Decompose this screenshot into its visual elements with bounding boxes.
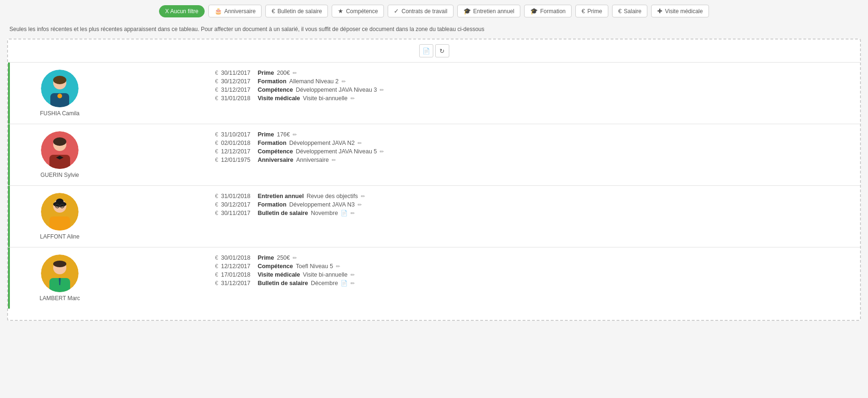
event-date-fushia-camila-0: 30/11/2017 [221, 70, 255, 76]
event-date-lambert-marc-0: 30/01/2018 [221, 255, 255, 261]
edit-icon-laffont-aline-1[interactable]: ✏ [358, 202, 362, 208]
filter-btn-bulletin-salaire[interactable]: €Bulletin de salaire [265, 5, 328, 17]
edit-icon-lambert-marc-0[interactable]: ✏ [293, 255, 297, 261]
employee-row-guerin-sylvie: GUERIN Sylvie€31/10/2017Prime 176€ ✏€02/… [8, 124, 860, 185]
employee-row-laffont-aline: LAFFONT Aline€31/01/2018Entretien annuel… [8, 185, 860, 247]
employees-container: FUSHIA Camila€30/11/2017Prime 200€ ✏€30/… [8, 62, 860, 309]
edit-icon-lambert-marc-2[interactable]: ✏ [350, 272, 355, 278]
event-line-lambert-marc-0: €30/01/2018Prime 250€ ✏ [215, 255, 851, 261]
visite-medicale-icon: ✚ [657, 8, 662, 15]
filter-label-anniversaire: Anniversaire [224, 8, 256, 15]
event-icon-fushia-camila-0: € [215, 70, 218, 76]
event-line-fushia-camila-1: €30/12/2017Formation Allemand Niveau 2 ✏ [215, 78, 851, 85]
svg-point-4 [57, 94, 62, 98]
event-date-guerin-sylvie-3: 12/01/1975 [221, 157, 255, 163]
avatar-laffont-aline [41, 193, 79, 231]
event-date-laffont-aline-0: 31/01/2018 [221, 193, 255, 199]
event-type-lambert-marc-2: Visite médicale [258, 271, 300, 278]
filter-btn-salaire[interactable]: €Salaire [612, 5, 648, 17]
filter-label-visite-medicale: Visite médicale [665, 8, 702, 15]
events-section-guerin-sylvie: €31/10/2017Prime 176€ ✏€02/01/2018Format… [93, 131, 851, 163]
employee-row-lambert-marc: LAMBERT Marc€30/01/2018Prime 250€ ✏€12/1… [8, 247, 860, 309]
event-type-lambert-marc-0: Prime [258, 255, 274, 261]
employee-row-fushia-camila: FUSHIA Camila€30/11/2017Prime 200€ ✏€30/… [8, 62, 860, 124]
filter-btn-visite-medicale[interactable]: ✚Visite médicale [651, 5, 709, 17]
edit-icon-guerin-sylvie-1[interactable]: ✏ [358, 140, 362, 146]
event-line-fushia-camila-0: €30/11/2017Prime 200€ ✏ [215, 70, 851, 76]
filter-btn-no-filter[interactable]: X Aucun filtre [159, 5, 205, 17]
event-detail-fushia-camila-0: 200€ [277, 70, 290, 76]
event-type-guerin-sylvie-0: Prime [258, 131, 274, 138]
edit-icon-fushia-camila-0[interactable]: ✏ [293, 70, 297, 76]
event-line-lambert-marc-3: €31/12/2017Bulletin de salaire Décembre … [215, 280, 851, 287]
event-type-laffont-aline-1: Formation [258, 201, 287, 208]
avatar-fushia-camila [41, 70, 79, 107]
anniversaire-icon: 🎂 [215, 8, 222, 15]
filter-btn-contrats-travail[interactable]: ✓Contrats de travail [388, 5, 453, 17]
event-line-laffont-aline-2: €30/11/2017Bulletin de salaire Novembre … [215, 210, 851, 216]
avatar-section-fushia-camila: FUSHIA Camila [17, 70, 93, 117]
event-line-guerin-sylvie-1: €02/01/2018Formation Développement JAVA … [215, 140, 851, 146]
edit-icon-fushia-camila-3[interactable]: ✏ [350, 96, 355, 102]
event-date-lambert-marc-2: 17/01/2018 [221, 271, 255, 278]
event-type-guerin-sylvie-3: Anniversaire [258, 157, 294, 163]
edit-icon-guerin-sylvie-2[interactable]: ✏ [380, 149, 384, 155]
edit-icon-fushia-camila-1[interactable]: ✏ [342, 79, 346, 85]
event-detail-guerin-sylvie-3: Anniversaire [296, 157, 328, 163]
employee-name-lambert-marc: LAMBERT Marc [40, 295, 80, 302]
filter-btn-prime[interactable]: €Prime [575, 5, 608, 17]
event-date-lambert-marc-3: 31/12/2017 [221, 280, 255, 287]
event-detail-lambert-marc-3: Décembre [311, 280, 338, 287]
event-date-guerin-sylvie-2: 12/12/2017 [221, 148, 255, 155]
edit-icon-lambert-marc-1[interactable]: ✏ [336, 263, 340, 270]
filter-btn-anniversaire[interactable]: 🎂Anniversaire [208, 5, 262, 17]
formation-icon: 🎓 [530, 8, 538, 15]
avatar-section-laffont-aline: LAFFONT Aline [17, 193, 93, 240]
event-date-laffont-aline-2: 30/11/2017 [221, 210, 255, 216]
avatar-lambert-marc [41, 255, 79, 292]
pdf-icon-laffont-aline-2[interactable]: 📄 [341, 210, 348, 216]
filter-label-salaire: Salaire [624, 8, 641, 15]
refresh-button[interactable]: ↻ [435, 44, 449, 57]
event-detail-laffont-aline-0: Revue des objectifs [307, 193, 358, 199]
event-type-fushia-camila-3: Visite médicale [258, 95, 300, 102]
event-date-guerin-sylvie-1: 02/01/2018 [221, 140, 255, 146]
event-type-fushia-camila-1: Formation [258, 78, 287, 85]
event-line-guerin-sylvie-3: €12/01/1975Anniversaire Anniversaire ✏ [215, 157, 851, 163]
competence-icon: ★ [338, 8, 343, 15]
filter-label-entretien-annuel: Entretien annuel [473, 8, 514, 15]
event-detail-fushia-camila-2: Développement JAVA Niveau 3 [296, 87, 377, 93]
event-type-laffont-aline-2: Bulletin de salaire [258, 210, 308, 216]
main-container: 📄 ↻ FUSHIA Camila€30/11/2017Prime 200€ ✏… [7, 39, 861, 321]
event-detail-lambert-marc-1: Toefl Niveau 5 [296, 263, 333, 270]
edit-icon-guerin-sylvie-3[interactable]: ✏ [332, 157, 336, 163]
filter-btn-formation[interactable]: 🎓Formation [524, 5, 572, 17]
event-detail-lambert-marc-2: Visite bi-annuelle [303, 271, 348, 278]
edit-icon-laffont-aline-0[interactable]: ✏ [361, 193, 365, 199]
event-date-guerin-sylvie-0: 31/10/2017 [221, 131, 255, 138]
edit-icon-guerin-sylvie-0[interactable]: ✏ [293, 132, 297, 138]
avatar-guerin-sylvie [41, 131, 79, 169]
event-date-laffont-aline-1: 30/12/2017 [221, 201, 255, 208]
event-icon-laffont-aline-2: € [215, 210, 218, 216]
export-button[interactable]: 📄 [419, 44, 433, 57]
edit-icon-laffont-aline-2[interactable]: ✏ [350, 210, 355, 216]
edit-icon-lambert-marc-3[interactable]: ✏ [350, 280, 355, 287]
filter-btn-entretien-annuel[interactable]: 🎓Entretien annuel [457, 5, 520, 17]
filter-label-prime: Prime [588, 8, 602, 15]
pdf-icon-lambert-marc-3[interactable]: 📄 [341, 280, 348, 287]
edit-icon-fushia-camila-2[interactable]: ✏ [380, 87, 384, 93]
filter-label-contrats-travail: Contrats de travail [401, 8, 447, 15]
avatar-section-lambert-marc: LAMBERT Marc [17, 255, 93, 302]
event-icon-laffont-aline-1: € [215, 201, 218, 208]
event-type-fushia-camila-0: Prime [258, 70, 274, 76]
events-section-lambert-marc: €30/01/2018Prime 250€ ✏€12/12/2017Compét… [93, 255, 851, 287]
event-detail-fushia-camila-1: Allemand Niveau 2 [289, 78, 339, 85]
event-icon-fushia-camila-3: € [215, 95, 218, 102]
filter-btn-competence[interactable]: ★Compétence [332, 5, 384, 17]
filter-label-bulletin-salaire: Bulletin de salaire [278, 8, 322, 15]
event-type-fushia-camila-2: Compétence [258, 87, 293, 93]
event-icon-guerin-sylvie-0: € [215, 131, 218, 138]
event-detail-guerin-sylvie-1: Développement JAVA N2 [289, 140, 355, 146]
event-date-fushia-camila-1: 30/12/2017 [221, 78, 255, 85]
